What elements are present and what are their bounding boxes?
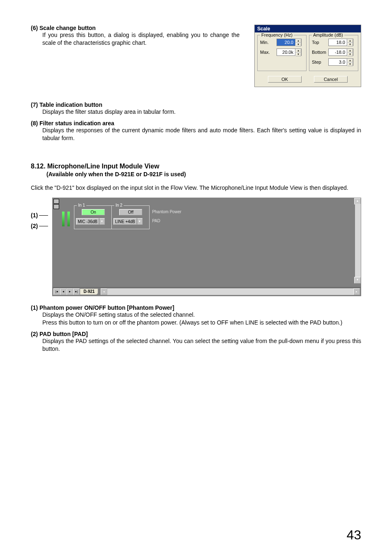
callout-1: (1) <box>31 212 48 219</box>
tab-first-icon[interactable]: |◂ <box>53 288 60 295</box>
pad-value-in2: LINE +4dB <box>113 218 137 225</box>
item-8-title: (8) Filter status indication area <box>31 120 361 127</box>
scroll-left-icon[interactable]: ◂ <box>101 288 107 295</box>
item-2b-title: (2) PAD button [PAD] <box>31 331 361 337</box>
tab-last-icon[interactable]: ▸| <box>73 288 80 295</box>
item-7: (7) Table indication button Displays the… <box>31 101 361 116</box>
item-6: Scale Frequency (Hz) Min. 20.0 <box>31 25 361 47</box>
phantom-on-button[interactable]: On <box>82 209 105 215</box>
tab-next-icon[interactable]: ▸ <box>67 288 73 295</box>
spinner[interactable] <box>347 59 353 65</box>
callout-2-label: (2) <box>31 223 38 229</box>
section-heading: 8.12. Microphone/Line Input Module View <box>31 163 361 170</box>
spin-up-icon[interactable] <box>347 49 353 53</box>
dialog-button-row: OK Cancel <box>255 74 361 87</box>
freq-max-row: Max. 20.0k <box>260 48 304 56</box>
amp-top-value: 18.0 <box>329 39 347 46</box>
page-number: 43 <box>346 527 361 543</box>
dropdown-arrow-icon[interactable]: ▼ <box>99 218 105 225</box>
dialog-titlebar: Scale <box>255 25 361 32</box>
scale-dialog: Scale Frequency (Hz) Min. 20.0 <box>254 25 361 87</box>
spin-down-icon[interactable] <box>295 53 301 56</box>
scroll-down-icon[interactable]: ▼ <box>354 277 361 283</box>
page: Scale Frequency (Hz) Min. 20.0 <box>0 0 392 555</box>
restore-icon[interactable] <box>53 199 59 204</box>
pad-select-in2[interactable]: LINE +4dB ▼ <box>113 218 143 225</box>
spin-down-icon[interactable] <box>347 53 353 56</box>
amp-top-row: Top 18.0 <box>312 39 355 46</box>
freq-min-value: 20.0 <box>277 39 295 46</box>
item-6-body: If you press this button, a dialog is di… <box>42 31 240 47</box>
spin-down-icon[interactable] <box>347 43 353 46</box>
ok-button[interactable]: OK <box>268 76 302 83</box>
h-scrollbar[interactable]: ◂ ▸ <box>101 288 360 295</box>
frequency-legend: Frequency (Hz) <box>260 32 294 37</box>
tab-prev-icon[interactable]: ◂ <box>60 288 67 295</box>
tab-d921[interactable]: D-921 <box>80 288 98 295</box>
section-subheading: (Available only when the D-921E or D-921… <box>46 171 361 177</box>
v-scrollbar-track[interactable] <box>355 204 361 278</box>
item-1b-title: (1) Phantom power ON/OFF button [Phantom… <box>31 304 361 311</box>
scroll-right-icon[interactable]: ▸ <box>353 288 360 295</box>
level-meter-icon <box>67 212 70 226</box>
callout-line <box>39 215 48 216</box>
freq-max-label: Max. <box>260 50 275 55</box>
spinner[interactable] <box>295 39 301 46</box>
freq-min-label: Min. <box>260 40 275 45</box>
spinner[interactable] <box>347 39 353 46</box>
module-view-figure: (1) (2) In 1 On MIC -36dB ▼ <box>31 198 361 296</box>
amp-step-row: Step 3.0 <box>312 58 355 66</box>
h-scrollbar-track[interactable] <box>107 288 353 295</box>
amp-top-input[interactable]: 18.0 <box>328 39 353 46</box>
scale-dialog-figure: Scale Frequency (Hz) Min. 20.0 <box>254 25 361 87</box>
freq-max-value: 20.0k <box>277 49 295 55</box>
cancel-button[interactable]: Cancel <box>314 76 348 83</box>
window-icon-bar <box>53 199 59 210</box>
amp-step-input[interactable]: 3.0 <box>328 58 353 66</box>
spinner[interactable] <box>295 49 301 55</box>
amplitude-fieldset: Amplitude (dB) Top 18.0 <box>309 35 358 71</box>
level-meter-icon <box>62 212 65 226</box>
item-7-title: (7) Table indication button <box>31 101 361 108</box>
item-1b-body1: Displays the ON/OFF setting status of th… <box>42 311 361 319</box>
spinner[interactable] <box>347 49 353 55</box>
spin-down-icon[interactable] <box>347 62 353 66</box>
dialog-body: Frequency (Hz) Min. 20.0 <box>255 32 361 74</box>
item-7-body: Displays the filter status display area … <box>42 108 361 116</box>
item-1b: (1) Phantom power ON/OFF button [Phantom… <box>31 304 361 327</box>
callouts: (1) (2) <box>31 198 48 229</box>
module-view-footer: |◂ ◂ ▸ ▸| D-921 ◂ ▸ <box>53 287 361 296</box>
item-2b: (2) PAD button [PAD] Displays the PAD se… <box>31 331 361 353</box>
amp-bottom-input[interactable]: -18.0 <box>328 48 353 56</box>
item-2b-body: Displays the PAD settings of the selecte… <box>42 337 361 353</box>
phantom-power-label: Phantom Power <box>152 210 181 214</box>
in1-group: In 1 On MIC -36dB ▼ <box>74 205 112 229</box>
in2-label: In 2 <box>114 203 124 207</box>
pad-select-in1[interactable]: MIC -36dB ▼ <box>76 218 105 225</box>
amp-step-label: Step <box>312 60 327 64</box>
item-8: (8) Filter status indication area Displa… <box>31 120 361 142</box>
callout-2: (2) <box>31 223 48 229</box>
freq-min-input[interactable]: 20.0 <box>277 39 302 46</box>
in1-label: In 1 <box>77 203 86 207</box>
item-8-body: Displays the responses of the current dy… <box>42 127 361 142</box>
spin-up-icon[interactable] <box>295 49 301 53</box>
item-1b-body2: Press this button to turn on or off the … <box>42 319 361 327</box>
pad-value-in1: MIC -36dB <box>76 218 99 225</box>
amp-bottom-value: -18.0 <box>329 49 347 55</box>
amp-top-label: Top <box>312 40 327 45</box>
spin-up-icon[interactable] <box>347 59 353 62</box>
maximize-icon[interactable] <box>53 204 59 209</box>
phantom-off-button[interactable]: Off <box>119 209 142 215</box>
dropdown-arrow-icon[interactable]: ▼ <box>137 218 143 225</box>
in2-group: In 2 Off LINE +4dB ▼ <box>112 205 150 229</box>
spin-up-icon[interactable] <box>295 39 301 43</box>
amp-step-value: 3.0 <box>329 59 347 65</box>
spin-down-icon[interactable] <box>295 43 301 46</box>
freq-min-row: Min. 20.0 <box>260 39 304 46</box>
spin-up-icon[interactable] <box>347 39 353 43</box>
callout-line <box>39 226 48 226</box>
tab-nav: |◂ ◂ ▸ ▸| <box>53 288 80 295</box>
amplitude-legend: Amplitude (dB) <box>312 32 344 37</box>
freq-max-input[interactable]: 20.0k <box>277 48 302 56</box>
